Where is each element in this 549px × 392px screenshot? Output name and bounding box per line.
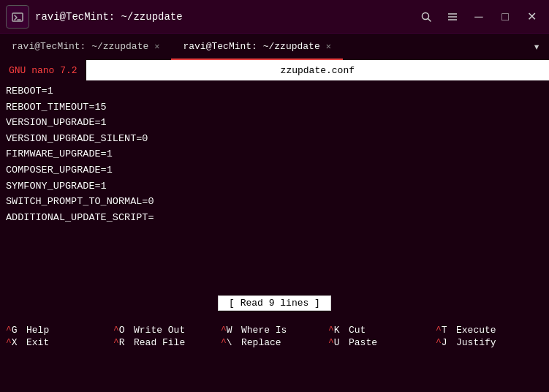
- shortcut-col-0: ^GHelp^XExit: [6, 325, 113, 348]
- shortcut-desc: Where Is: [241, 325, 287, 336]
- window-title: ravi@TecMint: ~/zzupdate: [35, 11, 183, 23]
- shortcut-key: ^\: [221, 337, 238, 348]
- shortcut-key: ^R: [113, 337, 131, 348]
- titlebar-left: ravi@TecMint: ~/zzupdate: [6, 5, 183, 29]
- shortcut-desc: Execute: [456, 325, 496, 336]
- editor-line: SYMFONY_UPGRADE=1: [6, 178, 543, 195]
- shortcut-key: ^T: [436, 325, 453, 336]
- shortcut-col-3: ^KCut^UPaste: [328, 325, 436, 348]
- shortcut-item-3-0: ^KCut: [328, 325, 436, 336]
- tab-2-close[interactable]: ✕: [326, 41, 331, 52]
- shortcut-col-2: ^WWhere Is^\Replace: [221, 325, 328, 348]
- tab-1-label: ravi@TecMint: ~/zzupdate: [12, 41, 148, 52]
- shortcut-desc: Write Out: [134, 325, 185, 336]
- shortcut-item-0-1: ^XExit: [6, 337, 113, 348]
- editor-line: REBOOT_TIMEOUT=15: [6, 99, 543, 116]
- shortcut-key: ^X: [6, 337, 23, 348]
- shortcut-desc: Replace: [241, 337, 281, 348]
- editor-line: SWITCH_PROMPT_TO_NORMAL=0: [6, 194, 543, 210]
- shortcut-bar: ^GHelp^XExit^OWrite Out^RRead File^WWher…: [0, 313, 549, 360]
- tab-dropdown[interactable]: ▾: [524, 34, 549, 60]
- tab-2[interactable]: ravi@TecMint: ~/zzupdate ✕: [171, 34, 342, 60]
- tab-1[interactable]: ravi@TecMint: ~/zzupdate ✕: [0, 34, 171, 60]
- nano-filename: zzupdate.conf: [86, 60, 549, 80]
- editor-line: VERSION_UPGRADE_SILENT=0: [6, 131, 543, 147]
- status-message: [ Read 9 lines ]: [218, 295, 331, 311]
- statusbar: [ Read 9 lines ]: [0, 293, 549, 313]
- shortcut-item-1-0: ^OWrite Out: [113, 325, 221, 336]
- terminal-icon: [6, 5, 29, 29]
- shortcut-item-0-0: ^GHelp: [6, 325, 113, 336]
- shortcut-item-2-1: ^\Replace: [221, 337, 328, 348]
- shortcut-item-3-1: ^UPaste: [328, 337, 436, 348]
- shortcut-item-2-0: ^WWhere Is: [221, 325, 328, 336]
- shortcut-key: ^O: [113, 325, 131, 336]
- close-button[interactable]: ✕: [520, 5, 543, 29]
- editor-line: REBOOT=1: [6, 83, 543, 99]
- editor-area[interactable]: REBOOT=1REBOOT_TIMEOUT=15VERSION_UPGRADE…: [0, 80, 549, 293]
- nano-version: GNU nano 7.2: [0, 60, 86, 80]
- shortcut-key: ^W: [221, 325, 238, 336]
- minimize-button[interactable]: ─: [467, 5, 491, 29]
- shortcut-key: ^J: [436, 337, 453, 348]
- shortcut-item-1-1: ^RRead File: [113, 337, 221, 348]
- menu-button[interactable]: [441, 5, 464, 29]
- shortcut-key: ^K: [328, 325, 346, 336]
- tabbar: ravi@TecMint: ~/zzupdate ✕ ravi@TecMint:…: [0, 34, 549, 60]
- search-button[interactable]: [414, 5, 438, 29]
- tab-1-close[interactable]: ✕: [154, 41, 159, 52]
- shortcut-desc: Help: [26, 325, 49, 336]
- titlebar: ravi@TecMint: ~/zzupdate ─ □ ✕: [0, 0, 549, 34]
- shortcut-col-4: ^TExecute^JJustify: [436, 325, 543, 348]
- shortcut-desc: Paste: [349, 337, 377, 348]
- window-controls: ─ □ ✕: [414, 5, 543, 29]
- shortcut-desc: Cut: [349, 325, 366, 336]
- shortcut-desc: Read File: [134, 337, 185, 348]
- tab-2-label: ravi@TecMint: ~/zzupdate: [183, 41, 319, 52]
- editor-line: FIRMWARE_UPGRADE=1: [6, 146, 543, 162]
- shortcut-desc: Exit: [26, 337, 49, 348]
- shortcut-key: ^U: [328, 337, 346, 348]
- maximize-button[interactable]: □: [493, 5, 517, 29]
- editor-line: VERSION_UPGRADE=1: [6, 115, 543, 131]
- editor-line: ADDITIONAL_UPDATE_SCRIPT=: [6, 210, 543, 226]
- shortcut-key: ^G: [6, 325, 23, 336]
- shortcut-item-4-1: ^JJustify: [436, 337, 543, 348]
- editor-line: COMPOSER_UPGRADE=1: [6, 162, 543, 178]
- shortcut-col-1: ^OWrite Out^RRead File: [113, 325, 221, 348]
- shortcut-desc: Justify: [456, 337, 496, 348]
- shortcut-item-4-0: ^TExecute: [436, 325, 543, 336]
- nano-header: GNU nano 7.2 zzupdate.conf: [0, 60, 549, 80]
- svg-line-3: [428, 18, 431, 21]
